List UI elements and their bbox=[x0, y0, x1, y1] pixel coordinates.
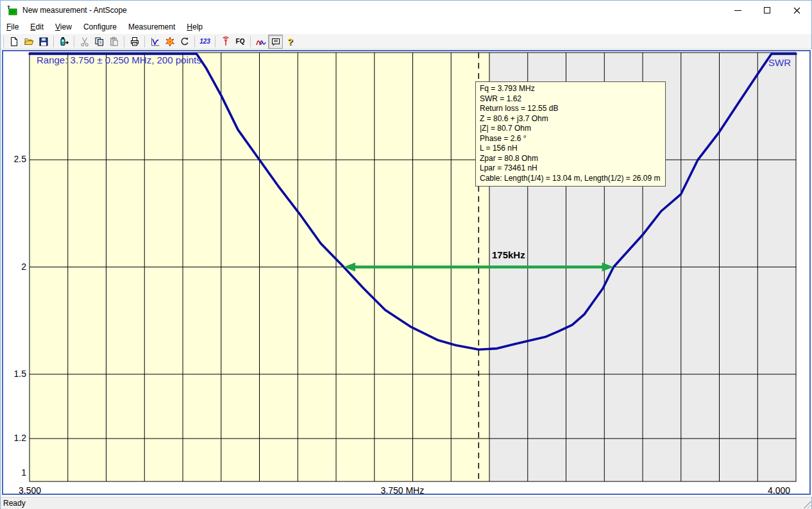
new-file-icon bbox=[9, 37, 19, 47]
antenna-range-button[interactable] bbox=[218, 35, 233, 49]
copy-button[interactable] bbox=[92, 35, 106, 49]
connect-analyzer-icon bbox=[59, 37, 69, 47]
tooltip-line: |Z| = 80.7 Ohm bbox=[480, 124, 661, 134]
cut-icon bbox=[80, 37, 90, 47]
menu-item-configure[interactable]: Configure bbox=[78, 21, 123, 33]
cursor-tooltip: Fq = 3.793 MHzSWR = 1.62Return loss = 12… bbox=[475, 81, 666, 187]
x-axis-tick-label: 3.750 MHz bbox=[381, 485, 425, 496]
save-icon bbox=[38, 37, 49, 47]
swr-plot[interactable] bbox=[1, 49, 812, 497]
new-measurement-button[interactable] bbox=[6, 35, 21, 49]
tooltip-line: SWR = 1.62 bbox=[480, 94, 661, 104]
tooltip-line: Zpar = 80.8 Ohm bbox=[480, 154, 661, 164]
bandwidth-label: 175kHz bbox=[492, 249, 525, 260]
paste-button bbox=[106, 35, 121, 49]
open-folder-icon bbox=[24, 37, 34, 47]
close-button[interactable] bbox=[782, 1, 811, 20]
status-text: Ready bbox=[3, 499, 26, 508]
help-button[interactable]: ? bbox=[283, 35, 298, 49]
cut-button bbox=[77, 35, 92, 49]
save-button[interactable] bbox=[36, 35, 51, 49]
maximize-button[interactable] bbox=[752, 1, 782, 20]
frequency-icon: FQ bbox=[236, 38, 245, 45]
tooltip-line: Cable: Length(1/4) = 13.04 m, Length(1/2… bbox=[480, 174, 661, 184]
toolbar-separator bbox=[250, 36, 251, 47]
toolbar-separator bbox=[194, 36, 195, 47]
rf-spark-button[interactable] bbox=[162, 35, 177, 49]
chart-icon bbox=[150, 37, 160, 47]
y-axis-tick-label: 1.5 bbox=[3, 369, 26, 379]
refresh-button[interactable] bbox=[177, 35, 192, 49]
x-axis-tick-label: 4.000 bbox=[768, 485, 790, 496]
toolbar-separator bbox=[124, 36, 124, 47]
maximize-icon bbox=[764, 7, 770, 13]
window-controls bbox=[723, 1, 811, 20]
tooltip-panel-icon bbox=[271, 37, 281, 47]
minimize-icon bbox=[734, 10, 741, 11]
window-title: New measurement - AntScope bbox=[22, 6, 127, 15]
paste-icon bbox=[109, 37, 119, 47]
tooltip-panel-button[interactable] bbox=[268, 35, 283, 49]
antenna-icon bbox=[221, 37, 231, 47]
resize-grip-icon[interactable] bbox=[802, 499, 811, 508]
toolbar-separator bbox=[144, 36, 145, 47]
app-window: New measurement - AntScope FileEditViewC… bbox=[0, 0, 812, 509]
title-bar: New measurement - AntScope bbox=[1, 1, 811, 20]
menu-item-file[interactable]: File bbox=[1, 21, 24, 33]
overlay-traces-icon bbox=[256, 37, 266, 47]
rf-spark-icon bbox=[165, 37, 175, 47]
menu-item-view[interactable]: View bbox=[49, 21, 78, 33]
tooltip-line: L = 156 nH bbox=[480, 144, 661, 154]
open-button[interactable] bbox=[21, 35, 36, 49]
menu-item-measurement[interactable]: Measurement bbox=[123, 21, 181, 33]
numeric-view-icon: 123 bbox=[199, 38, 210, 45]
tooltip-line: Return loss = 12.55 dB bbox=[480, 104, 661, 114]
x-axis-tick-label: 3.500 bbox=[19, 485, 41, 496]
y-axis-tick-label: 2 bbox=[3, 262, 26, 272]
toolbar-grip[interactable] bbox=[3, 36, 4, 47]
toolbar: 123 FQ ? bbox=[1, 34, 811, 49]
toolbar-separator bbox=[53, 36, 54, 47]
tooltip-line: Lpar = 73461 nH bbox=[480, 163, 661, 174]
frequency-entry-button[interactable]: FQ bbox=[233, 35, 248, 49]
toolbar-separator bbox=[74, 36, 74, 47]
tooltip-line: Phase = 2.6 ° bbox=[480, 134, 661, 144]
menu-item-help[interactable]: Help bbox=[181, 21, 208, 33]
close-icon bbox=[793, 7, 800, 14]
y-axis-tick-label: 2.5 bbox=[3, 154, 26, 164]
tooltip-line: Fq = 3.793 MHz bbox=[480, 84, 661, 94]
numeric-view-button[interactable]: 123 bbox=[198, 35, 212, 49]
print-icon bbox=[130, 37, 140, 47]
menu-bar: FileEditViewConfigureMeasurementHelp bbox=[1, 20, 811, 34]
refresh-icon bbox=[180, 37, 190, 47]
status-bar: Ready bbox=[1, 497, 811, 509]
app-icon bbox=[6, 4, 18, 16]
trace-label: SWR bbox=[768, 57, 791, 68]
overlay-traces-button[interactable] bbox=[253, 35, 268, 49]
range-label: Range: 3.750 ± 0.250 MHz, 200 points bbox=[37, 54, 201, 65]
minimize-button[interactable] bbox=[723, 1, 752, 20]
print-button[interactable] bbox=[127, 35, 142, 49]
copy-icon bbox=[94, 37, 105, 47]
toolbar-separator bbox=[215, 36, 216, 47]
menu-item-edit[interactable]: Edit bbox=[24, 21, 49, 33]
chart-area: Range: 3.750 ± 0.250 MHz, 200 points SWR… bbox=[1, 49, 812, 497]
connect-analyzer-button[interactable] bbox=[56, 35, 71, 49]
y-axis-tick-label: 1 bbox=[3, 467, 26, 478]
tooltip-line: Z = 80.6 + j3.7 Ohm bbox=[480, 114, 661, 124]
y-axis-tick-label: 1.2 bbox=[3, 433, 26, 443]
help-icon: ? bbox=[287, 37, 293, 47]
chart-mode-button[interactable] bbox=[148, 35, 162, 49]
